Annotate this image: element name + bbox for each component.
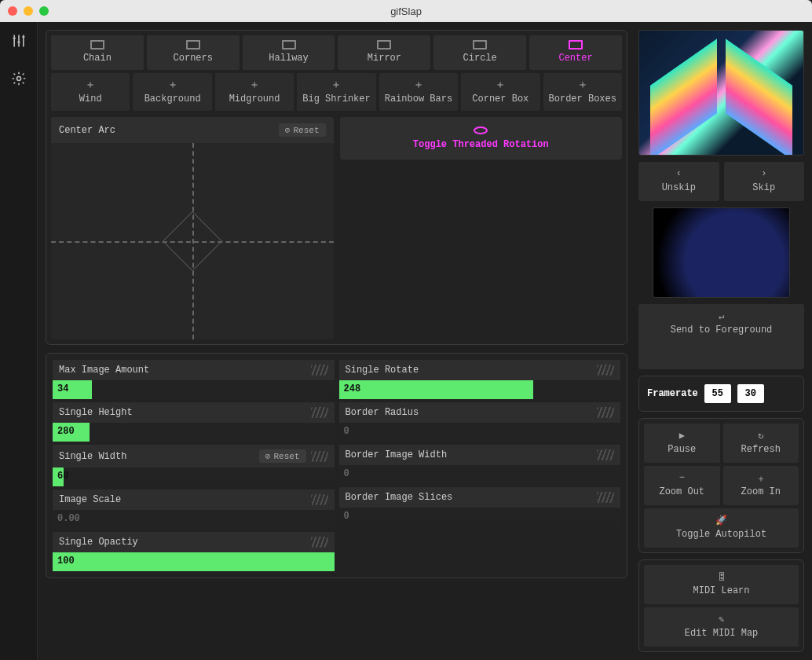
waveform-icon[interactable] — [311, 365, 328, 376]
sliders-icon: 🎛 — [717, 571, 726, 582]
toggle-threaded-rotation-button[interactable]: Toggle Threaded Rotation — [340, 117, 623, 160]
mode-tab-hallway[interactable]: Hallway — [243, 35, 335, 70]
plus-icon: ＋ — [85, 78, 96, 92]
sliders-panel: Max Image Amount 34 Single Height 280 Si… — [46, 353, 627, 578]
center-arc-reset-button[interactable]: ⊘ Reset — [279, 123, 326, 137]
sidebar — [0, 22, 38, 660]
mode-tab-corners[interactable]: Corners — [147, 35, 240, 70]
slider-single-height: Single Height 280 — [53, 402, 335, 442]
skip-button[interactable]: › Skip — [724, 162, 805, 201]
slider-label: Border Image Slices — [346, 492, 453, 503]
right-sidebar: ‹ Unskip › Skip ↵ Send to Foreground Fra… — [635, 22, 812, 660]
rectangle-icon — [569, 40, 583, 50]
center-arc-title: Center Arc — [59, 125, 115, 136]
midi-learn-button[interactable]: 🎛 MIDI Learn — [644, 565, 799, 604]
slider-header: Max Image Amount — [53, 360, 335, 380]
send-to-foreground-button[interactable]: ↵ Send to Foreground — [638, 304, 804, 369]
framerate-panel: Framerate 55 30 — [638, 376, 804, 412]
slider-value: 0 — [344, 468, 349, 479]
addon-big-shrinker[interactable]: ＋Big Shrinker — [297, 73, 375, 111]
slider-value: 34 — [57, 383, 68, 394]
eye-icon — [474, 126, 488, 134]
slider-track[interactable]: 0 — [339, 508, 621, 526]
queued-preview[interactable] — [653, 207, 790, 298]
addon-midground[interactable]: ＋Midground — [215, 73, 294, 111]
mixer-icon[interactable] — [8, 30, 30, 52]
center-arc-pad[interactable] — [51, 143, 334, 339]
waveform-icon[interactable] — [597, 365, 614, 376]
slider-reset-button[interactable]: ⊘Reset — [259, 449, 306, 463]
slider-header: Single Width ⊘Reset — [53, 445, 335, 468]
framerate-target-input[interactable]: 30 — [737, 384, 764, 403]
addon-label: Border Boxes — [549, 94, 616, 104]
slider-track[interactable]: 34 — [53, 380, 335, 399]
pencil-icon: ✎ — [719, 614, 724, 625]
toggle-autopilot-button[interactable]: 🚀 Toggle Autopilot — [644, 508, 799, 548]
slider-track[interactable]: 0 — [339, 423, 621, 442]
gear-icon[interactable] — [8, 68, 30, 90]
slider-track[interactable]: 0 — [339, 465, 621, 484]
slider-track[interactable]: 100 — [53, 552, 335, 571]
waveform-icon[interactable] — [311, 537, 328, 548]
waveform-icon[interactable] — [597, 492, 614, 503]
slider-value: 100 — [57, 556, 75, 566]
framerate-label: Framerate — [647, 388, 698, 399]
slider-label: Border Image Width — [346, 449, 448, 460]
pause-button[interactable]: ▶ Pause — [644, 424, 720, 463]
slider-header: Single Rotate — [339, 360, 621, 380]
addon-label: Corner Box — [472, 94, 529, 104]
mode-tab-circle[interactable]: Circle — [433, 35, 526, 70]
zoom-out-button[interactable]: − Zoom Out — [644, 466, 720, 505]
slider-border-image-slices: Border Image Slices 0 — [339, 487, 621, 526]
slider-fill — [339, 380, 533, 399]
addon-rainbow-bars[interactable]: ＋Rainbow Bars — [379, 73, 458, 111]
arc-handle[interactable] — [163, 211, 222, 271]
mode-tab-label: Corners — [174, 53, 213, 64]
waveform-icon[interactable] — [597, 407, 614, 418]
slider-header: Single Opactiy — [53, 532, 335, 552]
play-icon: ▶ — [679, 430, 685, 441]
edit-midi-map-button[interactable]: ✎ Edit MIDI Map — [644, 607, 799, 647]
waveform-icon[interactable] — [311, 407, 328, 418]
mode-tab-label: Chain — [83, 53, 112, 64]
waveform-icon[interactable] — [311, 494, 328, 505]
slider-track[interactable]: 280 — [53, 423, 335, 442]
mode-tabs: ChainCornersHallwayMirrorCircleCenter — [51, 35, 622, 70]
mode-tab-label: Hallway — [269, 53, 308, 64]
slider-label: Single Width — [59, 451, 126, 462]
slider-max-image-amount: Max Image Amount 34 — [53, 360, 335, 399]
slider-label: Single Rotate — [346, 365, 419, 376]
refresh-button[interactable]: ↻ Refresh — [723, 424, 799, 463]
waveform-icon[interactable] — [311, 451, 328, 462]
slider-single-width: Single Width ⊘Reset 60 — [53, 445, 335, 486]
slider-track[interactable]: 0.00 — [53, 510, 335, 529]
center-arc-panel: Center Arc ⊘ Reset — [51, 117, 334, 339]
unskip-button[interactable]: ‹ Unskip — [638, 162, 719, 201]
addon-background[interactable]: ＋Background — [133, 73, 211, 111]
modes-panel: ChainCornersHallwayMirrorCircleCenter ＋W… — [46, 30, 627, 345]
mode-tab-center[interactable]: Center — [529, 35, 622, 70]
plus-icon: ＋ — [331, 78, 342, 92]
slider-border-image-width: Border Image Width 0 — [339, 445, 621, 484]
mode-tab-label: Circle — [463, 53, 497, 64]
plus-icon: ＋ — [495, 78, 506, 92]
rectangle-icon — [282, 40, 296, 50]
mode-tab-chain[interactable]: Chain — [51, 35, 144, 70]
zoom-in-button[interactable]: ＋ Zoom In — [723, 466, 799, 505]
framerate-actual: 55 — [704, 384, 731, 403]
window-titlebar: gifSlap — [0, 0, 812, 22]
plus-icon: ＋ — [577, 78, 588, 92]
addon-corner-box[interactable]: ＋Corner Box — [461, 73, 540, 111]
addon-label: Background — [144, 94, 201, 104]
waveform-icon[interactable] — [597, 449, 614, 460]
slider-label: Max Image Amount — [59, 365, 149, 376]
chevron-right-icon: › — [761, 168, 766, 179]
mode-tab-mirror[interactable]: Mirror — [338, 35, 430, 70]
addon-label: Big Shrinker — [302, 94, 370, 104]
slider-value: 60 — [57, 471, 68, 482]
slider-track[interactable]: 60 — [53, 468, 335, 486]
addon-border-boxes[interactable]: ＋Border Boxes — [543, 73, 622, 111]
addon-wind[interactable]: ＋Wind — [51, 73, 130, 111]
main-preview[interactable] — [638, 30, 804, 156]
slider-track[interactable]: 248 — [339, 380, 621, 399]
